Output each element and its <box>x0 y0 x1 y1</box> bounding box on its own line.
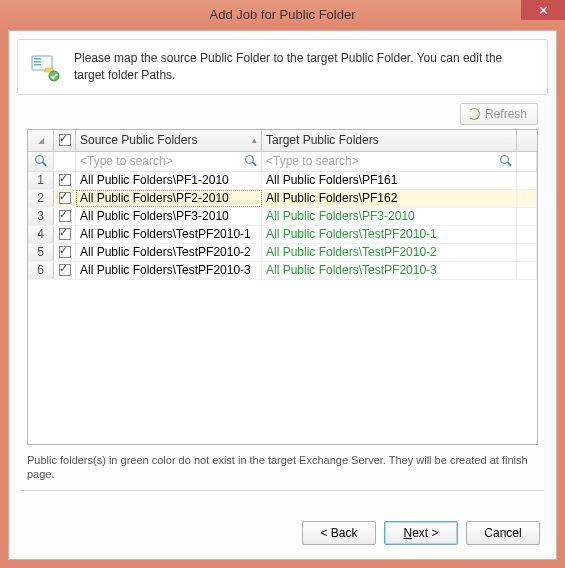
grid-header: ◢ Source Public Folders ▴ Target Public … <box>28 130 537 152</box>
grid-body: 1All Public Folders\PF1-2010All Public F… <box>28 172 537 444</box>
refresh-label: Refresh <box>485 107 527 121</box>
row-checkbox[interactable] <box>59 246 71 258</box>
row-pad <box>517 244 537 261</box>
target-folder-cell[interactable]: All Public Folders\TestPF2010-3 <box>262 262 517 279</box>
row-index: 2 <box>28 190 54 207</box>
toolbar: Refresh <box>27 103 538 125</box>
target-folder-cell[interactable]: All Public Folders\PF161 <box>262 172 517 189</box>
source-folder-cell[interactable]: All Public Folders\TestPF2010-1 <box>76 226 262 243</box>
row-index: 6 <box>28 262 54 279</box>
close-button[interactable]: ✕ <box>521 0 565 20</box>
source-folder-cell[interactable]: All Public Folders\TestPF2010-3 <box>76 262 262 279</box>
header-checkbox-cell[interactable] <box>54 130 76 151</box>
svg-rect-1 <box>34 58 41 60</box>
search-target-placeholder: <Type to search> <box>266 154 359 168</box>
row-pad <box>517 208 537 225</box>
target-folder-cell[interactable]: All Public Folders\TestPF2010-2 <box>262 244 517 261</box>
row-check-cell[interactable] <box>54 226 76 243</box>
search-source-input[interactable]: <Type to search> <box>76 152 262 171</box>
search-icon[interactable] <box>245 155 257 167</box>
row-index: 1 <box>28 172 54 189</box>
row-check-cell[interactable] <box>54 262 76 279</box>
target-folder-cell[interactable]: All Public Folders\TestPF2010-1 <box>262 226 517 243</box>
svg-rect-3 <box>34 64 41 66</box>
titlebar: Add Job for Public Folder ✕ <box>0 0 565 28</box>
back-button[interactable]: < Back <box>302 521 376 545</box>
column-header-pad <box>517 130 537 151</box>
row-pad <box>517 262 537 279</box>
indicator-icon: ◢ <box>38 136 44 145</box>
table-row[interactable]: 1All Public Folders\PF1-2010All Public F… <box>28 172 537 190</box>
target-folder-cell[interactable]: All Public Folders\PF162 <box>262 190 517 207</box>
row-index: 4 <box>28 226 54 243</box>
table-row[interactable]: 6All Public Folders\TestPF2010-3All Publ… <box>28 262 537 280</box>
dialog-body: Please map the source Public Folder to t… <box>8 30 557 560</box>
row-checkbox[interactable] <box>59 174 71 186</box>
search-target-input[interactable]: <Type to search> <box>262 152 517 171</box>
column-header-target-label: Target Public Folders <box>266 133 379 147</box>
row-check-cell[interactable] <box>54 208 76 225</box>
column-header-target[interactable]: Target Public Folders <box>262 130 517 151</box>
instruction-text: Please map the source Public Folder to t… <box>74 50 535 84</box>
search-icon <box>35 155 47 167</box>
row-checkbox[interactable] <box>59 264 71 276</box>
table-row[interactable]: 3All Public Folders\PF3-2010All Public F… <box>28 208 537 226</box>
refresh-icon <box>467 107 481 121</box>
table-row[interactable]: 5All Public Folders\TestPF2010-2All Publ… <box>28 244 537 262</box>
row-index: 3 <box>28 208 54 225</box>
next-button-rest: ext > <box>412 526 438 540</box>
table-row[interactable]: 4All Public Folders\TestPF2010-1All Publ… <box>28 226 537 244</box>
search-row-indicator <box>28 152 54 171</box>
row-pad <box>517 226 537 243</box>
cancel-button[interactable]: Cancel <box>466 521 540 545</box>
search-source-placeholder: <Type to search> <box>80 154 173 168</box>
instruction-panel: Please map the source Public Folder to t… <box>17 39 548 95</box>
row-checkbox[interactable] <box>59 228 71 240</box>
next-button[interactable]: Next > <box>384 521 458 545</box>
wizard-buttons: < Back Next > Cancel <box>9 507 556 559</box>
table-row[interactable]: 2All Public Folders\PF2-2010All Public F… <box>28 190 537 208</box>
row-check-cell[interactable] <box>54 190 76 207</box>
footnote: Public folders(s) in green color do not … <box>27 453 538 483</box>
search-icon[interactable] <box>500 155 512 167</box>
row-checkbox[interactable] <box>59 192 71 204</box>
column-header-source-label: Source Public Folders <box>80 133 197 147</box>
source-folder-cell[interactable]: All Public Folders\TestPF2010-2 <box>76 244 262 261</box>
search-row-chk <box>54 152 76 171</box>
row-checkbox[interactable] <box>59 210 71 222</box>
source-folder-cell[interactable]: All Public Folders\PF1-2010 <box>76 172 262 189</box>
source-folder-cell[interactable]: All Public Folders\PF3-2010 <box>76 208 262 225</box>
refresh-button[interactable]: Refresh <box>460 103 538 125</box>
mapping-grid: ◢ Source Public Folders ▴ Target Public … <box>27 129 538 445</box>
row-check-cell[interactable] <box>54 244 76 261</box>
row-pad <box>517 190 537 207</box>
svg-rect-2 <box>34 61 41 63</box>
sort-asc-icon: ▴ <box>252 135 257 145</box>
source-folder-cell[interactable]: All Public Folders\PF2-2010 <box>76 190 262 207</box>
grid-search-row: <Type to search> <Type to search> <box>28 152 537 172</box>
close-icon: ✕ <box>538 3 549 18</box>
row-check-cell[interactable] <box>54 172 76 189</box>
row-pad <box>517 172 537 189</box>
column-header-source[interactable]: Source Public Folders ▴ <box>76 130 262 151</box>
folder-map-icon <box>30 50 62 82</box>
next-button-mnemonic: N <box>403 526 412 540</box>
row-index: 5 <box>28 244 54 261</box>
search-row-pad <box>517 152 537 171</box>
window-title: Add Job for Public Folder <box>210 7 356 22</box>
header-checkbox[interactable] <box>59 134 71 146</box>
divider <box>21 490 544 491</box>
target-folder-cell[interactable]: All Public Folders\PF3-2010 <box>262 208 517 225</box>
grid-corner[interactable]: ◢ <box>28 130 54 151</box>
